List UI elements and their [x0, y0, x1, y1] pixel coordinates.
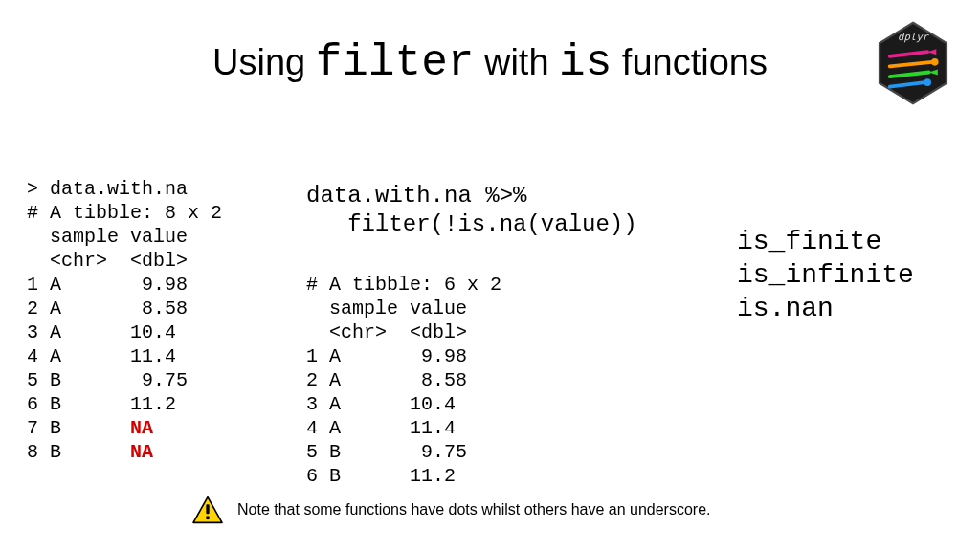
- code-line: # A tibble: 8 x 2: [27, 202, 222, 224]
- func-name: is.nan: [737, 294, 834, 323]
- title-text-2: with: [474, 42, 559, 82]
- na-value: NA: [130, 417, 153, 439]
- code-line: filter(!is.na(value)): [306, 211, 637, 237]
- title-code-is: is: [559, 38, 612, 88]
- title-text-3: functions: [612, 42, 768, 82]
- code-line: 7 B NA: [27, 417, 153, 439]
- svg-point-3: [931, 58, 939, 66]
- code-line: 8 B NA: [27, 441, 153, 463]
- svg-rect-7: [206, 504, 209, 514]
- warning-icon: [191, 496, 224, 524]
- svg-point-5: [924, 78, 931, 86]
- code-line: data.with.na %>%: [306, 183, 526, 209]
- function-list: is_finite is_infinite is.nan: [737, 191, 914, 325]
- code-line: 4 A 11.4: [27, 345, 188, 367]
- func-name: is_infinite: [737, 260, 914, 290]
- slide: Using filter with is functions dplyr > d…: [0, 0, 980, 551]
- code-line: 6 B 11.2: [27, 393, 188, 415]
- code-line: # A tibble: 6 x 2: [306, 274, 501, 296]
- code-line: sample value: [306, 298, 467, 320]
- code-line: 2 A 8.58: [27, 298, 188, 320]
- func-name: is_finite: [737, 227, 881, 256]
- code-line: sample value: [27, 226, 188, 248]
- svg-point-8: [206, 516, 210, 519]
- na-value: NA: [130, 441, 153, 463]
- code-line: 6 B 11.2: [306, 465, 467, 487]
- left-tibble-block: > data.with.na # A tibble: 8 x 2 sample …: [27, 153, 222, 464]
- code-line: <chr> <dbl>: [27, 250, 188, 272]
- code-line: <chr> <dbl>: [306, 321, 467, 343]
- code-line: 1 A 9.98: [306, 345, 467, 367]
- slide-title: Using filter with is functions: [0, 38, 980, 88]
- filter-code-block: data.with.na %>% filter(!is.na(value)): [306, 153, 637, 239]
- code-line: 5 B 9.75: [27, 369, 188, 391]
- code-line: 5 B 9.75: [306, 441, 467, 463]
- code-line: > data.with.na: [27, 178, 188, 200]
- code-line: 1 A 9.98: [27, 274, 188, 296]
- code-line: 3 A 10.4: [27, 321, 188, 343]
- footnote: Note that some functions have dots whils…: [191, 496, 711, 524]
- footnote-text: Note that some functions have dots whils…: [237, 501, 711, 518]
- result-tibble-block: # A tibble: 6 x 2 sample value <chr> <db…: [306, 249, 501, 488]
- code-line: 2 A 8.58: [306, 369, 467, 391]
- code-line: 4 A 11.4: [306, 417, 467, 439]
- title-text-1: Using: [212, 42, 316, 82]
- code-line: 3 A 10.4: [306, 393, 467, 415]
- dplyr-hex-logo: dplyr: [877, 21, 949, 105]
- title-code-filter: filter: [316, 38, 475, 88]
- svg-text:dplyr: dplyr: [898, 31, 930, 43]
